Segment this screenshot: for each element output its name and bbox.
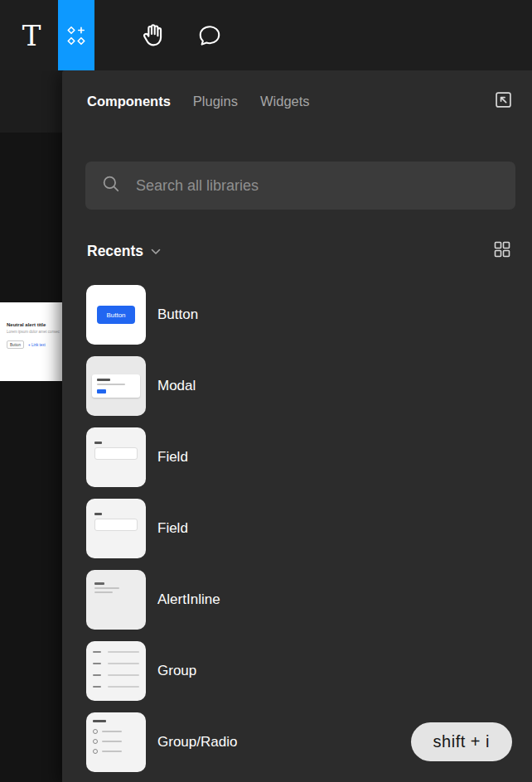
hand-tool-button[interactable] (136, 0, 171, 70)
panel-header: Components Plugins Widgets (62, 70, 532, 133)
canvas-alert-card[interactable]: Neutral alert title Lorem ipsum dolor am… (0, 302, 62, 381)
component-thumbnail (86, 712, 146, 772)
recents-dropdown[interactable]: Recents (87, 243, 161, 260)
place-instance-button[interactable] (491, 89, 515, 114)
arrow-up-left-box-icon (492, 89, 515, 114)
component-thumbnail: Button (86, 285, 146, 345)
component-thumbnail (86, 499, 146, 558)
chevron-down-icon (151, 244, 161, 258)
alert-card-title: Neutral alert title (7, 322, 60, 327)
list-item-button[interactable]: Button Button (86, 285, 515, 345)
thumb-field-preview (94, 447, 138, 460)
component-thumbnail (86, 570, 146, 630)
tab-components[interactable]: Components (87, 94, 171, 109)
comment-icon (197, 23, 222, 48)
component-thumbnail (86, 641, 146, 701)
list-item-field[interactable]: Field (86, 499, 515, 558)
alert-card-body: Lorem ipsum dolor amet consec (7, 330, 60, 334)
tab-plugins[interactable]: Plugins (193, 94, 238, 109)
component-name: Button (157, 307, 198, 323)
thumb-modal-preview (92, 374, 140, 398)
panel-tabs: Components Plugins Widgets (87, 94, 310, 109)
list-item-field[interactable]: Field (86, 427, 515, 487)
main-toolbar: T (0, 0, 532, 70)
tab-widgets[interactable]: Widgets (260, 94, 310, 109)
assets-tool-button[interactable] (58, 0, 94, 70)
alert-card-button: Button (7, 340, 24, 349)
recents-row: Recents (87, 239, 514, 263)
thumb-field-preview (94, 519, 138, 531)
component-name: Group/Radio (157, 734, 237, 751)
alert-card-link: + Link text (28, 343, 46, 347)
recents-title: Recents (87, 243, 143, 260)
list-item-group[interactable]: Group (86, 641, 515, 701)
text-tool-button[interactable]: T (14, 0, 49, 70)
component-name: Group (157, 663, 196, 679)
hand-icon (139, 22, 167, 50)
list-item-alertinline[interactable]: AlertInline (86, 570, 515, 630)
keyboard-shortcut-hint: shift + i (411, 722, 512, 761)
component-name: Field (157, 520, 188, 537)
search-bar (85, 162, 515, 210)
component-thumbnail (86, 356, 146, 416)
search-input[interactable] (136, 177, 501, 195)
search-icon (100, 173, 122, 198)
components-list: Button Button Modal Field Fie (62, 285, 532, 782)
list-item-modal[interactable]: Modal (86, 356, 515, 416)
components-panel: Components Plugins Widgets Recents (62, 70, 532, 782)
component-name: AlertInline (157, 591, 220, 608)
comment-tool-button[interactable] (192, 0, 227, 70)
text-tool-icon: T (22, 22, 41, 50)
component-name: Modal (157, 378, 196, 394)
grid-view-icon (492, 239, 512, 263)
grid-view-button[interactable] (491, 239, 514, 263)
thumb-button-preview: Button (97, 306, 135, 324)
component-thumbnail (86, 427, 146, 487)
component-name: Field (157, 449, 188, 466)
component-icon (65, 25, 87, 46)
